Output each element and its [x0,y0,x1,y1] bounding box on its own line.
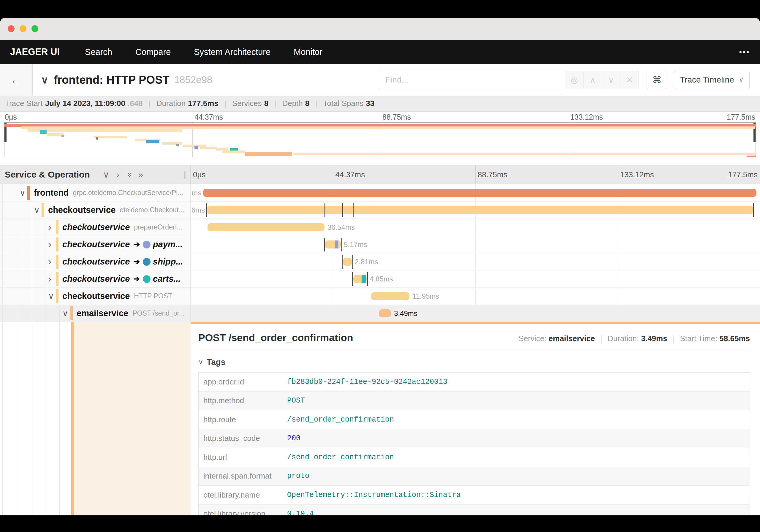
jaeger-logo[interactable]: JAEGER UI [10,47,60,57]
expand-all-icon[interactable]: » [138,170,143,179]
find-prev-button[interactable]: ∧ [583,71,602,89]
span-duration-label: 3.49ms [394,305,417,322]
chevron-down-icon[interactable]: ∨ [62,309,68,318]
view-selector-button[interactable]: Trace Timeline ∨ [674,71,750,89]
summary-label: Total Spans [323,99,363,108]
summary-separator: | [224,99,226,108]
span-name-cell[interactable]: ›checkoutservice➔shipp... [0,253,191,270]
timeline-gridline [475,305,476,322]
find-next-button[interactable]: ∨ [602,71,620,89]
service-name: checkoutservice [48,205,116,215]
span-row-checkoutservice-1: ∨checkoutserviceoteldemo.Checkout...6ms [0,202,760,219]
indent-guide [45,322,45,515]
operation-name: prepareOrderI... [134,223,183,231]
span-bar[interactable] [208,223,324,231]
chevron-right-icon[interactable]: › [48,255,51,267]
span-event-tick [324,203,325,217]
span-timeline-cell[interactable]: 6ms [191,202,760,218]
span-timeline-cell[interactable]: ms [191,184,760,201]
minimize-window-button[interactable] [20,25,26,32]
span-bar[interactable] [371,292,409,300]
summary-label: Duration [157,99,186,108]
expand-one-icon[interactable]: › [117,170,119,179]
span-bar[interactable] [203,189,756,197]
span-timeline-cell[interactable]: 4.85ms [191,270,760,287]
find-locate-button[interactable]: ◎ [565,71,583,89]
span-bar[interactable] [343,258,352,266]
view-selector-label: Trace Timeline [680,75,734,85]
back-arrow-icon: ← [10,73,22,87]
chevron-right-icon[interactable]: › [48,272,51,284]
span-timeline-cell[interactable]: 36.54ms [191,219,760,236]
span-name-cell[interactable]: ›checkoutservice➔carts... [0,270,191,287]
span-detail-backdrop [74,322,191,515]
span-name-cell[interactable]: ∨checkoutserviceoteldemo.Checkout... [0,202,191,218]
span-name-cell[interactable]: ›checkoutserviceprepareOrderI... [0,219,191,236]
tags-label: Tags [207,358,225,367]
close-window-button[interactable] [8,25,15,32]
minimap-span [200,147,217,149]
span-bar[interactable] [207,206,754,214]
reference-arrow-icon: ➔ [133,257,140,266]
span-timeline-cell[interactable]: 2.81ms [191,253,760,270]
nav-item-monitor[interactable]: Monitor [282,47,334,57]
minimap-span [162,142,182,145]
span-row-checkoutservice-6: ∨checkoutserviceHTTP POST11.95ms [0,288,760,305]
span-bar[interactable] [379,309,391,317]
span-bar[interactable] [325,240,341,249]
maximize-window-button[interactable] [31,25,38,32]
column-resize-handle[interactable]: ∥ [183,170,187,179]
nav-item-compare[interactable]: Compare [124,47,182,57]
trace-collapse-icon[interactable]: ∨ [41,74,48,86]
timeline-gridline [618,219,618,236]
indent-guide [45,219,45,236]
summary-separator: | [315,99,317,108]
summary-separator: | [274,99,276,108]
find-input[interactable] [378,71,565,89]
service-name: checkoutservice [62,222,130,232]
indent-guide [17,288,17,305]
minimap-span [222,151,245,153]
meta-value: 3.49ms [641,334,667,343]
span-timeline-cell[interactable]: 5.17ms [191,236,760,253]
operation-name: HTTP POST [134,292,172,300]
chevron-down-icon[interactable]: ∨ [48,292,54,301]
span-color-bar [71,322,74,515]
span-name-text: checkoutserviceHTTP POST [62,288,189,305]
span-event-tick [352,272,353,286]
service-name: checkoutservice [62,257,130,266]
chevron-right-icon[interactable]: › [48,238,51,250]
chevron-down-icon[interactable]: ∨ [20,188,25,198]
keyboard-shortcuts-button[interactable]: ⌘ [646,71,667,89]
find-group: ◎∧∨✕ [378,71,639,89]
chevron-down-icon[interactable]: ∨ [34,206,40,215]
minimap-canvas[interactable] [4,122,756,157]
tags-table: app.order.idfb283db0-224f-11ee-92c5-0242… [198,372,750,515]
trace-id: 1852e98 [174,74,212,85]
span-timeline-cell[interactable]: 3.49ms [191,305,760,322]
nav-item-search[interactable]: Search [73,47,124,57]
find-clear-button[interactable]: ✕ [620,71,639,89]
indent-guide [2,184,3,201]
span-name-cell[interactable]: ∨frontendgrpc.oteldemo.CheckoutService/P… [0,184,191,201]
minimap-span [176,144,179,146]
service-operation-header-cell: Service & Operation ∨ › « » ∥ [0,165,191,184]
nav-item-system-architecture[interactable]: System Architecture [182,47,282,57]
collapse-all-icon[interactable]: « [124,172,133,177]
minimap-span [183,145,206,147]
span-row-checkoutservice-2: ›checkoutserviceprepareOrderI...36.54ms [0,219,760,236]
tag-row-app-order-id: app.order.idfb283db0-224f-11ee-92c5-0242… [199,372,750,392]
service-name: checkoutservice [62,274,130,284]
collapse-one-icon[interactable]: ∨ [103,170,109,179]
span-name-cell[interactable]: ∨checkoutserviceHTTP POST [0,288,191,305]
timeline-gridline [618,288,618,305]
span-name-cell[interactable]: ∨emailservicePOST /send_or... [0,305,191,322]
tags-section-toggle[interactable]: ∨ Tags [198,358,750,367]
span-timeline-cell[interactable]: 11.95ms [191,288,760,305]
tag-key: otel.library.name [199,490,287,500]
nav-overflow-icon[interactable]: ••• [739,47,750,57]
back-button[interactable]: ← [0,64,33,96]
span-name-cell[interactable]: ›checkoutservice➔paym... [0,236,191,253]
chevron-right-icon[interactable]: › [48,221,51,232]
span-name-text: emailservicePOST /send_or... [76,305,189,322]
